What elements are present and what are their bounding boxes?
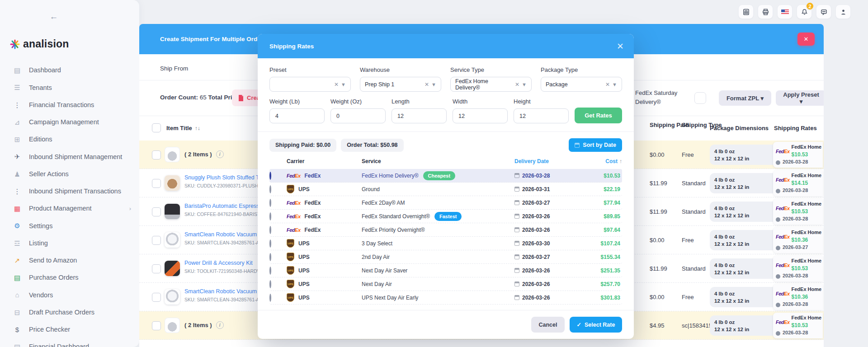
shipping-rate-card[interactable]: FedExFedEx Home De$10.532026-03-28 — [773, 142, 823, 168]
rate-radio[interactable] — [269, 226, 271, 234]
row-checkbox[interactable] — [152, 179, 161, 188]
delivery-date: 2026-03-26 — [522, 281, 550, 287]
sidebar-item-inbound-shipment-management[interactable]: ✈Inbound Shipment Management — [0, 148, 139, 165]
rate-radio[interactable] — [269, 212, 271, 220]
cancel-button[interactable]: Cancel — [531, 317, 565, 333]
sidebar-item-settings[interactable]: ⚙Settings — [0, 217, 139, 234]
select-package-type[interactable]: Package✕▼ — [541, 77, 622, 92]
print-button[interactable] — [758, 5, 773, 19]
shipping-rate-card[interactable]: FedExFedEx Home De$14.152026-03-28 — [773, 170, 823, 196]
radio-cell — [269, 281, 287, 287]
sidebar-menu: ▤Dashboard☰Tenants⋮Financial Transaction… — [0, 62, 139, 347]
column-item-title[interactable]: Item Title↑↓ — [166, 125, 200, 131]
sidebar-item-tenants[interactable]: ☰Tenants — [0, 79, 139, 96]
dashboard-icon: ▤ — [13, 66, 22, 75]
sidebar-item-listing[interactable]: ☲Listing — [0, 235, 139, 252]
shipping-rate-card[interactable]: FedExFedEx Home De$10.532026-03-28 — [773, 199, 823, 225]
shipping-rate-card[interactable]: FedExFedEx Home De$10.362026-03-28 — [773, 284, 823, 310]
product-thumbnail — [165, 147, 180, 162]
notifications-button[interactable]: 2 — [797, 5, 812, 19]
get-rates-button[interactable]: Get Rates — [575, 108, 622, 123]
sidebar-collapse-button[interactable]: ← — [47, 10, 61, 23]
service-cell: 2nd Day Air — [362, 254, 514, 260]
sidebar-item-financial-transactions[interactable]: ⋮Financial Transactions — [0, 97, 139, 114]
rate-row[interactable]: UPSUPSNext Day Air Saver2026-03-26$251.3… — [269, 264, 622, 277]
weight-oz-input[interactable] — [330, 108, 386, 123]
rate-row[interactable]: FedExFedExFedEx Priority Overnight®2026-… — [269, 223, 622, 237]
rate-radio[interactable] — [269, 253, 271, 261]
shipping-rate-card[interactable]: FedExFedEx Home De$10.532026-03-28 — [773, 313, 823, 338]
language-button[interactable] — [777, 5, 793, 19]
order-count-value: 65 — [200, 94, 207, 101]
sort-by-date-button[interactable]: Sort by Date — [569, 138, 622, 152]
clear-icon[interactable]: ✕ — [603, 81, 612, 88]
product-thumbnail — [165, 318, 180, 333]
calculator-button[interactable] — [738, 5, 754, 19]
sidebar-item-draft-purchase-orders[interactable]: ⊟Draft Purchase Orders — [0, 304, 139, 321]
row-checkbox[interactable] — [152, 321, 161, 330]
rate-radio[interactable] — [269, 267, 271, 275]
service-name: FedEx Priority Overnight® — [362, 227, 425, 233]
calendar-icon — [514, 187, 519, 192]
sidebar-item-inbound-shipment-transactions[interactable]: ⋮Inbound Shipment Transactions — [0, 183, 139, 200]
sidebar-item-purchase-orders[interactable]: ▤Purchase Orders — [0, 269, 139, 286]
modal-close-icon[interactable]: ✕ — [617, 41, 624, 52]
rate-row[interactable]: UPSUPSUPS Next Day Air Early2026-03-26$3… — [269, 291, 622, 305]
rate-radio[interactable] — [269, 280, 271, 288]
clear-icon[interactable]: ✕ — [332, 81, 341, 88]
clear-icon[interactable]: ✕ — [422, 81, 431, 88]
rate-row[interactable]: UPSUPSNext Day Air2026-03-26$257.70 — [269, 277, 622, 291]
height-input[interactable] — [514, 108, 569, 123]
rate-row[interactable]: UPSUPS3 Day Select2026-03-30$107.24 — [269, 237, 622, 250]
chat-button[interactable] — [816, 5, 831, 19]
sidebar-item-vendors[interactable]: ⌂Vendors — [0, 286, 139, 304]
sidebar-item-financial-dashboard[interactable]: ▤Financial Dashboard — [0, 338, 139, 347]
length-input[interactable] — [392, 108, 447, 123]
select-all-checkbox[interactable] — [152, 123, 161, 132]
select-preset[interactable]: ✕▼ — [269, 77, 351, 92]
rate-row[interactable]: FedExFedExFedEx Home Delivery®Cheapest20… — [269, 169, 622, 183]
shipping-rate-card[interactable]: FedExFedEx Home De$10.532026-03-28 — [773, 256, 823, 281]
service-cell: 3 Day Select — [362, 240, 514, 247]
rates-column-delivery-date[interactable]: Delivery Date — [514, 158, 590, 164]
rate-row[interactable]: UPSUPSGround2026-03-31$22.19 — [269, 183, 622, 196]
format-zpl-button[interactable]: Format ZPL ▾ — [719, 90, 771, 106]
rate-radio[interactable] — [269, 185, 271, 193]
sidebar-item-dashboard[interactable]: ▤Dashboard — [0, 62, 139, 79]
select-warehouse[interactable]: Prep Ship 1✕▼ — [360, 77, 441, 92]
width-input[interactable] — [453, 108, 508, 123]
sidebar-item-product-management[interactable]: ▦Product Management› — [0, 200, 139, 217]
row-checkbox[interactable] — [152, 207, 161, 216]
row-checkbox[interactable] — [152, 264, 161, 273]
shipping-rate-card[interactable]: FedExFedEx Home De$10.362026-03-27 — [773, 227, 823, 253]
rate-row[interactable]: UPSUPS2nd Day Air2026-03-27$155.34 — [269, 250, 622, 264]
apply-preset-button[interactable]: Apply Preset ▾ — [776, 90, 824, 106]
rate-row[interactable]: FedExFedExFedEx 2Day® AM2026-03-27$77.94 — [269, 196, 622, 210]
banner-close-button[interactable]: ✕ — [797, 33, 815, 46]
sidebar-item-price-checker[interactable]: $Price Checker — [0, 321, 139, 338]
sidebar-item-campaign-management[interactable]: ⊿Campaign Management — [0, 114, 139, 131]
rate-radio[interactable] — [269, 199, 271, 207]
cost-cell: $77.94 — [590, 200, 622, 206]
sidebar-item-editions[interactable]: ⊞Editions — [0, 131, 139, 148]
clear-icon[interactable]: ✕ — [513, 81, 522, 88]
sidebar-item-seller-actions[interactable]: ♟Seller Actions — [0, 166, 139, 183]
rate-price: $10.53 — [792, 208, 808, 215]
select-service-type[interactable]: FedEx Home Delivery®✕▼ — [450, 77, 532, 92]
sidebar-item-send-to-amazon[interactable]: ↗Send to Amazon — [0, 252, 139, 269]
info-icon[interactable]: i — [216, 321, 224, 329]
select-rate-button[interactable]: ✓ Select Rate — [570, 317, 622, 333]
fedex-saturday-checkbox[interactable] — [694, 92, 706, 104]
user-menu-button[interactable] — [835, 5, 851, 19]
weight-lb-input[interactable] — [269, 108, 325, 123]
rates-column-cost[interactable]: Cost↑ — [590, 158, 622, 164]
rate-radio[interactable] — [269, 172, 271, 180]
row-checkbox[interactable] — [152, 150, 161, 159]
row-checkbox[interactable] — [152, 236, 161, 245]
rate-radio[interactable] — [269, 294, 271, 302]
row-checkbox[interactable] — [152, 293, 161, 302]
rate-radio[interactable] — [269, 239, 271, 248]
rate-row[interactable]: FedExFedExFedEx Standard Overnight®Faste… — [269, 210, 622, 223]
dim-field: Length — [392, 98, 447, 123]
info-icon[interactable]: i — [216, 150, 224, 158]
